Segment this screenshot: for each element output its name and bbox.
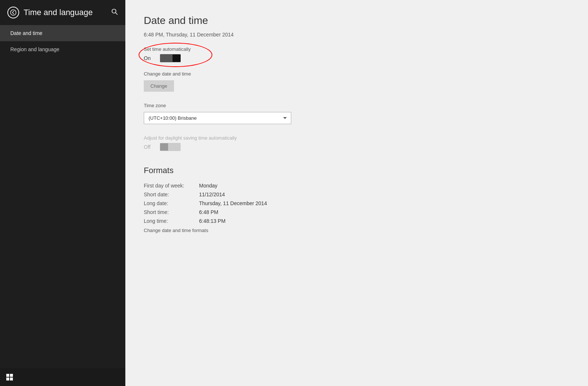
format-value-long-date: Thursday, 11 December 2014 bbox=[199, 200, 267, 206]
format-row-first-day: First day of week: Monday bbox=[144, 183, 570, 189]
sidebar: Time and language Date and time Region a… bbox=[0, 0, 125, 386]
set-time-automatically-section: Set time automatically On bbox=[144, 46, 570, 62]
svg-point-0 bbox=[11, 10, 16, 15]
sidebar-header: Time and language bbox=[0, 0, 125, 25]
timezone-label: Time zone bbox=[144, 103, 570, 108]
set-time-state: On bbox=[144, 55, 155, 61]
set-time-label: Set time automatically bbox=[144, 46, 570, 52]
sidebar-item-region-and-language[interactable]: Region and language bbox=[0, 41, 125, 57]
format-row-long-date: Long date: Thursday, 11 December 2014 bbox=[144, 200, 570, 206]
svg-rect-3 bbox=[6, 374, 9, 377]
set-time-toggle-row: On bbox=[144, 54, 570, 62]
format-value-short-time: 6:48 PM bbox=[199, 209, 218, 215]
daylight-toggle[interactable] bbox=[160, 143, 181, 151]
svg-rect-4 bbox=[10, 374, 13, 377]
change-date-time-section: Change date and time Change bbox=[144, 71, 570, 92]
format-key-long-date: Long date: bbox=[144, 200, 199, 206]
format-key-long-time: Long time: bbox=[144, 218, 199, 224]
main-content: Date and time 6:48 PM, Thursday, 11 Dece… bbox=[125, 0, 588, 386]
set-time-toggle[interactable] bbox=[160, 54, 181, 62]
format-row-short-date: Short date: 11/12/2014 bbox=[144, 192, 570, 197]
formats-section: Formats First day of week: Monday Short … bbox=[144, 166, 570, 234]
svg-rect-6 bbox=[10, 378, 13, 380]
format-value-short-date: 11/12/2014 bbox=[199, 192, 225, 197]
formats-title: Formats bbox=[144, 166, 570, 175]
change-formats-link[interactable]: Change date and time formats bbox=[144, 228, 208, 233]
toggle-thumb bbox=[173, 55, 181, 62]
daylight-saving-section: Adjust for daylight saving time automati… bbox=[144, 135, 570, 151]
current-datetime: 6:48 PM, Thursday, 11 December 2014 bbox=[144, 32, 570, 38]
change-button[interactable]: Change bbox=[144, 80, 174, 92]
timezone-select[interactable]: (UTC+10:00) Brisbane bbox=[144, 112, 291, 124]
search-button[interactable] bbox=[111, 8, 118, 17]
daylight-toggle-row: Off bbox=[144, 143, 570, 151]
sidebar-item-date-and-time[interactable]: Date and time bbox=[0, 25, 125, 41]
format-key-first-day: First day of week: bbox=[144, 183, 199, 189]
format-row-short-time: Short time: 6:48 PM bbox=[144, 209, 570, 215]
start-button[interactable] bbox=[3, 371, 16, 384]
format-value-first-day: Monday bbox=[199, 183, 218, 189]
svg-rect-5 bbox=[6, 378, 9, 380]
daylight-saving-label: Adjust for daylight saving time automati… bbox=[144, 135, 570, 141]
svg-line-2 bbox=[116, 13, 118, 15]
daylight-state: Off bbox=[144, 144, 155, 150]
sidebar-title: Time and language bbox=[24, 8, 93, 17]
taskbar bbox=[0, 368, 125, 386]
change-date-time-label: Change date and time bbox=[144, 71, 570, 77]
timezone-section: Time zone (UTC+10:00) Brisbane bbox=[144, 103, 570, 124]
back-button[interactable] bbox=[7, 7, 19, 18]
page-title: Date and time bbox=[144, 15, 570, 27]
format-row-long-time: Long time: 6:48:13 PM bbox=[144, 218, 570, 224]
format-key-short-time: Short time: bbox=[144, 209, 199, 215]
format-key-short-date: Short date: bbox=[144, 192, 199, 197]
format-value-long-time: 6:48:13 PM bbox=[199, 218, 226, 224]
daylight-toggle-thumb bbox=[160, 143, 168, 151]
svg-point-1 bbox=[112, 9, 116, 13]
